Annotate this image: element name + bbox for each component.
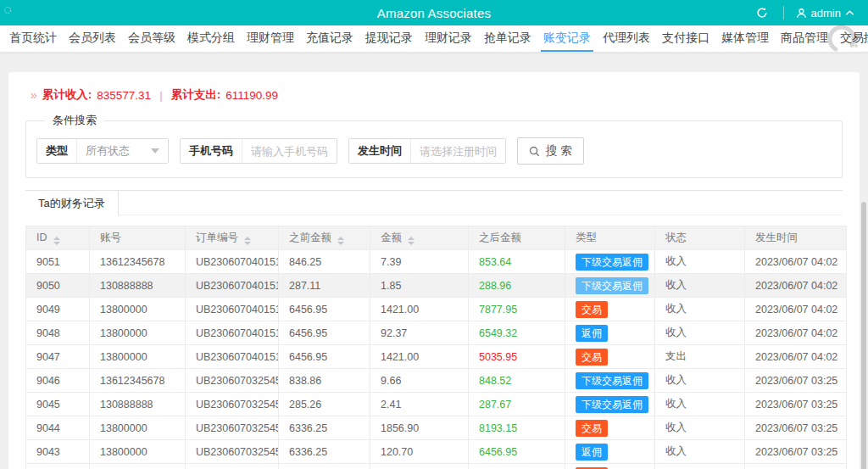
- cell-id: 9045: [26, 393, 90, 416]
- cell-order: UB2306070401512976: [186, 321, 279, 345]
- cell-time: 2023/06/07 03:25: [745, 393, 847, 416]
- cell-after: 8193.15: [469, 416, 565, 440]
- cell-order: UB2306070401512976: [186, 250, 279, 274]
- table-row-9044: 904413800000UB23060703254545146336.25185…: [26, 416, 847, 440]
- cell-time: 2023/06/07 04:02: [745, 321, 847, 345]
- cell-amount: 1856.90: [370, 464, 469, 469]
- cell-time: 2023/06/07 04:02: [745, 274, 847, 298]
- cell-account: 13800000: [90, 298, 186, 321]
- app-title: Amazon Associates: [0, 6, 868, 20]
- user-menu[interactable]: admin: [784, 0, 858, 25]
- nav-item-3[interactable]: 模式分组: [185, 25, 237, 52]
- phone-input[interactable]: [242, 139, 337, 163]
- type-filter-select[interactable]: 所有状态: [76, 139, 168, 163]
- sort-icon[interactable]: [408, 237, 415, 245]
- cell-account: 13800000: [90, 464, 186, 469]
- totals-separator: |: [156, 89, 166, 102]
- cell-type: 下级交易返佣: [565, 369, 655, 393]
- nav-item-7[interactable]: 理财记录: [422, 25, 475, 52]
- nav-item-13[interactable]: 商品管理: [778, 25, 831, 52]
- total-income-label: 累计收入:: [42, 87, 92, 103]
- cell-type: 交易: [565, 416, 655, 440]
- cell-account: 130888888: [90, 393, 186, 416]
- type-filter-label: 类型: [37, 139, 76, 163]
- search-panel-legend: 条件搜索: [45, 113, 104, 128]
- sort-icon[interactable]: [244, 237, 251, 245]
- cell-after: 288.96: [469, 274, 565, 298]
- nav-item-1[interactable]: 会员列表: [66, 25, 119, 52]
- cell-after: 5035.95: [469, 345, 565, 369]
- cell-id: 9042: [26, 464, 90, 469]
- cell-amount: 1421.00: [370, 345, 469, 369]
- nav-item-2[interactable]: 会员等级: [125, 25, 178, 52]
- after-amount: 8193.15: [479, 422, 517, 434]
- cell-id: 9043: [26, 440, 90, 464]
- after-amount: 5035.95: [479, 351, 517, 363]
- sort-icon[interactable]: [337, 237, 344, 245]
- search-button[interactable]: 搜 索: [517, 137, 584, 165]
- cell-before: 838.86: [279, 369, 370, 393]
- scrollbar-thumb[interactable]: [861, 202, 866, 469]
- table-row-9043: 904313800000UB23060703254545146336.25120…: [26, 440, 847, 464]
- totals-bar: » 累计收入: 835577.31 | 累计支出: 611190.99: [25, 72, 843, 113]
- table-row-9049: 904913800000UB23060704015129766456.95142…: [26, 298, 847, 321]
- cell-before: 6456.95: [279, 321, 370, 345]
- table-row-9045: 9045130888888UB2306070325454514285.262.4…: [26, 393, 847, 416]
- type-badge: 下级交易返佣: [576, 372, 648, 389]
- double-chevron-icon: »: [31, 88, 37, 102]
- cell-type: 交易: [565, 464, 655, 469]
- nav-item-14[interactable]: 交易控制: [837, 25, 868, 52]
- cell-order: UB2306070325454514: [186, 393, 279, 416]
- cell-id: 9049: [26, 298, 90, 321]
- cell-account: 13612345678: [90, 369, 186, 393]
- refresh-icon[interactable]: [741, 0, 783, 25]
- cell-id: 9047: [26, 345, 90, 369]
- nav-item-8[interactable]: 抢单记录: [481, 25, 534, 52]
- nav-item-6[interactable]: 提现记录: [363, 25, 415, 52]
- cell-account: 130888888: [90, 274, 186, 298]
- cell-status: 收入: [655, 250, 745, 274]
- column-label: 之前金额: [289, 232, 331, 243]
- after-amount: 7877.95: [479, 304, 517, 315]
- nav-item-11[interactable]: 支付接口: [659, 25, 712, 52]
- time-input[interactable]: [410, 139, 505, 163]
- cell-after: 848.52: [469, 369, 565, 393]
- navbar: 首页统计会员列表会员等级模式分组理财管理充值记录提现记录理财记录抢单记录账变记录…: [0, 25, 868, 53]
- column-label: 之后金额: [479, 232, 521, 243]
- time-filter-group: 发生时间: [348, 138, 506, 164]
- cell-id: 9046: [26, 369, 90, 393]
- cell-time: 2023/06/07 03:25: [745, 369, 847, 393]
- cell-account: 13800000: [90, 416, 186, 440]
- nav-item-5[interactable]: 充值记录: [303, 25, 356, 52]
- cell-after: 4479.35: [469, 464, 565, 469]
- cell-time: 2023/06/07 04:02: [745, 298, 847, 321]
- column-header-4[interactable]: 金额: [370, 226, 469, 250]
- column-label: 发生时间: [755, 232, 798, 243]
- table-row-9046: 904613612345678UB2306070325454514838.869…: [26, 369, 847, 393]
- sort-icon[interactable]: [53, 237, 60, 245]
- cell-id: 9051: [26, 250, 90, 274]
- time-filter-label: 发生时间: [349, 139, 410, 163]
- search-icon: [529, 146, 540, 157]
- after-amount: 848.52: [479, 375, 511, 387]
- tab-strip: Ta的财务记录: [25, 190, 843, 215]
- nav-item-10[interactable]: 代理列表: [600, 25, 653, 52]
- column-header-7: 状态: [655, 226, 745, 250]
- nav-item-12[interactable]: 媒体管理: [719, 25, 771, 52]
- nav-item-0[interactable]: 首页统计: [7, 25, 59, 52]
- top-app-bar: Amazon Associates admin: [0, 0, 868, 25]
- cell-order: UB2306070325454514: [186, 464, 279, 469]
- column-header-2[interactable]: 订单编号: [186, 226, 279, 250]
- cell-time: 2023/06/07 04:02: [745, 250, 847, 274]
- cell-before: 6336.25: [279, 416, 370, 440]
- column-header-3[interactable]: 之前金额: [279, 226, 370, 250]
- cell-order: UB2306070325454514: [186, 369, 279, 393]
- cell-status: 收入: [655, 440, 745, 464]
- search-panel: 条件搜索 类型 所有状态 手机号码 发生时间 搜 索: [25, 113, 843, 178]
- nav-item-9[interactable]: 账变记录: [541, 25, 593, 52]
- column-header-0[interactable]: ID: [26, 226, 90, 250]
- cell-time: 2023/06/07 03:25: [745, 416, 847, 440]
- nav-item-4[interactable]: 理财管理: [244, 25, 297, 52]
- column-label: 订单编号: [196, 232, 238, 243]
- tab-financial-records[interactable]: Ta的财务记录: [25, 191, 119, 215]
